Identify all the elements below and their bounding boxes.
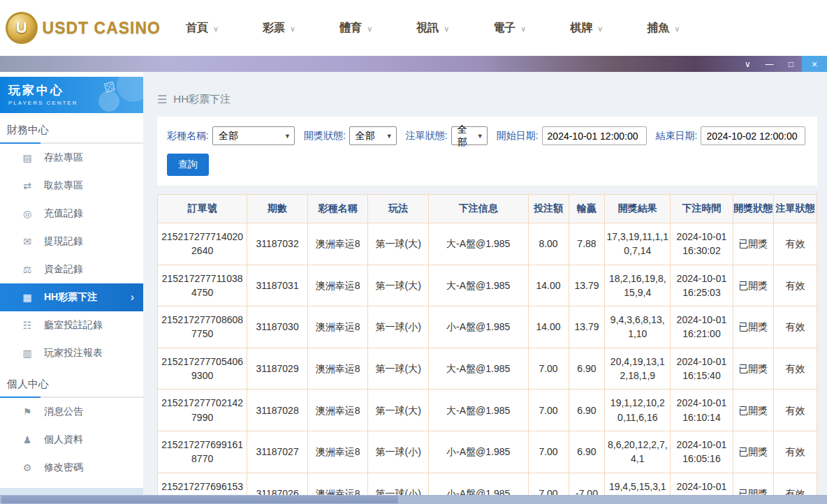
coin-letter: U (16, 19, 27, 37)
table-cell: 2024-10-01 16:30:02 (671, 223, 733, 265)
table-cell: 31187030 (247, 306, 308, 348)
column-header: 玩法 (368, 195, 429, 223)
sidebar-item-withdraw[interactable]: ⇄取款專區 (0, 172, 143, 200)
sidebar-item-announcements[interactable]: ⚑消息公告 (0, 398, 143, 426)
table-cell: 2152172776991618770 (158, 431, 247, 473)
start-date-input[interactable]: 2024-10-01 12:00:00 (542, 126, 647, 145)
sidebar-item-hall-bet-record[interactable]: ☷廳室投註記錄 (0, 311, 143, 339)
window-minimize-button[interactable]: — (759, 56, 780, 72)
nav-item-6[interactable]: 棋牌∨ (570, 21, 603, 36)
bet-status-select[interactable]: 全部▼ (451, 126, 488, 145)
end-date-input[interactable]: 2024-10-02 12:00:00 (701, 126, 805, 145)
app-window: U USDT CASINO 首頁∨彩票∨體育∨視訊∨電子∨棋牌∨捕魚∨ ∨ — … (0, 0, 827, 504)
filter-label: 開始日期: (497, 130, 539, 142)
column-header: 開獎結果 (605, 195, 671, 223)
filter-group: 注單狀態:全部▼ (406, 126, 488, 145)
table-cell: 31187031 (247, 265, 308, 306)
main-nav: 首頁∨彩票∨體育∨視訊∨電子∨棋牌∨捕魚∨ (186, 21, 680, 36)
sidebar-scroll-strip (0, 488, 143, 495)
menu-icon[interactable]: ☰ (157, 93, 167, 106)
chevron-down-icon: ∨ (444, 24, 449, 34)
sidebar-item-label: 消息公告 (44, 406, 83, 418)
sidebar-item-hh-lottery-bet[interactable]: ▦HH彩票下注› (0, 283, 143, 311)
bets-table-grid: 訂單號期數彩種名稱玩法下注信息投注額輸贏開獎結果下注時間開獎狀態注單狀態 215… (157, 194, 817, 504)
scrollbar-thumb[interactable] (1, 496, 398, 503)
sidebar-item-label: 提現記錄 (44, 235, 83, 248)
lottery-name-select[interactable]: 全部▼ (212, 126, 295, 145)
filter-label: 結束日期: (656, 130, 698, 142)
table-cell: 19,1,12,10,20,11,6,16 (605, 390, 671, 431)
table-cell: 大-A盤@1.985 (428, 265, 528, 306)
nav-item-5[interactable]: 電子∨ (493, 21, 526, 36)
table-cell: 2024-10-01 16:21:00 (671, 306, 733, 348)
sidebar-item-change-password[interactable]: ⚙修改密碼 (0, 454, 143, 482)
lottery-bet-icon: ▦ (21, 292, 34, 303)
sidebar-item-cashout-record[interactable]: ✉提現記錄 (0, 228, 143, 255)
table-cell: 澳洲幸运8 (307, 390, 368, 431)
window-maximize-button[interactable]: □ (780, 56, 802, 72)
table-cell: 有效 (773, 431, 817, 473)
table-row: 215217277705406930031187029澳洲幸运8第一球(大)大-… (158, 348, 817, 390)
table-header-row: 訂單號期數彩種名稱玩法下注信息投注額輸贏開獎結果下注時間開獎狀態注單狀態 (158, 195, 817, 223)
filter-row: 彩種名稱:全部▼開獎狀態:全部▼注單狀態:全部▼開始日期:2024-10-01 … (167, 126, 807, 145)
select-value: 全部 (219, 130, 238, 142)
draw-status-select[interactable]: 全部▼ (349, 126, 397, 145)
table-cell: 2024-10-01 16:25:03 (671, 265, 733, 306)
logo[interactable]: U USDT CASINO (6, 12, 161, 44)
table-cell: 31187032 (247, 223, 308, 265)
column-header: 注單狀態 (773, 195, 817, 223)
nav-item-4[interactable]: 視訊∨ (416, 21, 449, 36)
sidebar-item-deposit[interactable]: ▤存款專區 (0, 144, 143, 172)
nav-item-1[interactable]: 首頁∨ (186, 21, 219, 36)
sidebar-item-profile[interactable]: ♟個人資料 (0, 426, 143, 454)
nav-item-7[interactable]: 捕魚∨ (647, 21, 680, 36)
table-cell: 6.90 (569, 348, 605, 390)
table-cell: 大-A盤@1.985 (428, 223, 528, 265)
table-cell: 2152172777086087750 (158, 306, 247, 348)
table-cell: 31187028 (247, 390, 308, 431)
sidebar-header: 玩家中心 PLAYERS CENTER ⚄ (0, 77, 143, 113)
player-report-icon: ▥ (21, 348, 34, 359)
table-cell: 31187029 (247, 348, 308, 390)
main-content: ☰ HH彩票下注 彩種名稱:全部▼開獎狀態:全部▼注單狀態:全部▼開始日期:20… (143, 72, 827, 504)
table-cell: 第一球(大) (368, 348, 429, 390)
table-cell: 20,4,19,13,12,18,1,9 (605, 348, 671, 390)
table-cell: 18,2,16,19,8,15,9,4 (605, 265, 671, 306)
nav-item-3[interactable]: 體育∨ (339, 21, 372, 36)
bets-table: 訂單號期數彩種名稱玩法下注信息投注額輸贏開獎結果下注時間開獎狀態注單狀態 215… (157, 194, 817, 504)
search-button[interactable]: 查詢 (167, 154, 209, 176)
table-cell: 7.00 (528, 431, 569, 473)
table-cell: 第一球(大) (368, 223, 429, 265)
table-row: 215217277714020264031187032澳洲幸运8第一球(大)大-… (158, 223, 817, 265)
column-header: 期數 (247, 195, 308, 223)
horizontal-scrollbar[interactable] (0, 495, 827, 504)
window-close-button[interactable]: × (802, 56, 827, 72)
cashout-record-icon: ✉ (21, 236, 34, 247)
table-cell: 有效 (773, 265, 817, 306)
nav-item-label: 棋牌 (570, 21, 592, 36)
withdraw-icon: ⇄ (21, 180, 34, 191)
table-cell: 2024-10-01 16:05:16 (671, 431, 733, 473)
table-cell: 8.00 (528, 223, 569, 265)
table-cell: 澳洲幸运8 (307, 265, 368, 306)
table-cell: 7.88 (569, 223, 605, 265)
sidebar-item-player-bet-report[interactable]: ▥玩家投注報表 (0, 339, 143, 367)
sidebar-item-label: HH彩票下注 (44, 291, 97, 304)
column-header: 開獎狀態 (733, 195, 773, 223)
table-cell: 小-A盤@1.985 (428, 431, 528, 473)
window-collapse-button[interactable]: ∨ (737, 56, 759, 72)
section-header: 財務中心 (0, 113, 143, 142)
table-cell: 8,6,20,12,2,7,4,1 (605, 431, 671, 473)
dice-icon: ⚄ (103, 78, 117, 96)
table-cell: 13.79 (569, 265, 605, 306)
usdt-coin-icon: U (6, 12, 38, 44)
sidebar-item-label: 資金記錄 (44, 263, 83, 276)
chevron-right-icon: › (131, 291, 134, 304)
sidebar-item-recharge-record[interactable]: ◎充值記錄 (0, 200, 143, 228)
nav-item-2[interactable]: 彩票∨ (263, 21, 295, 36)
table-cell: 6.90 (569, 390, 605, 431)
logo-text: USDT CASINO (43, 19, 161, 38)
table-cell: 2024-10-01 16:15:40 (671, 348, 733, 390)
sidebar-item-funds-record[interactable]: ⚖資金記錄 (0, 255, 143, 283)
nav-item-label: 視訊 (416, 21, 439, 36)
